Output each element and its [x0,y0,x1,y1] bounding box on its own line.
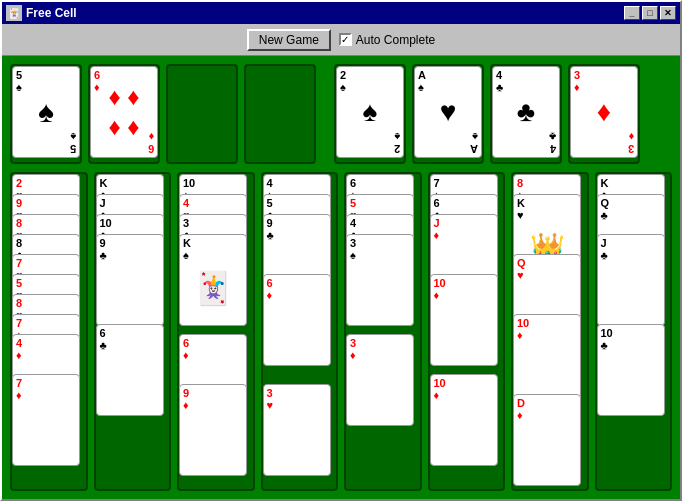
column-8[interactable]: K♣ Q♣ J♣ 10♣ [595,172,673,491]
auto-complete-label[interactable]: ✓ Auto Complete [339,33,435,47]
card-rank-bot: 2♠ [394,131,400,155]
card-rank-top: 2♠ [340,69,346,93]
column-4[interactable]: 4♠ 5♣ 9♣ 6♦ 3♥ [261,172,339,491]
new-game-button[interactable]: New Game [247,29,331,51]
freecell-4[interactable] [244,64,316,164]
toolbar: New Game ✓ Auto Complete [2,24,680,56]
column-7[interactable]: 8♦ K♥ 👑 Q♥ 10♦ D♦ [511,172,589,491]
card-suit-center: ♠ [340,69,400,155]
card-rank-top: 4♣ [496,69,503,93]
col3-card-4[interactable]: K♠ 🃏 [179,234,247,326]
card-rank-bot: A♠ [470,131,478,155]
foundation-1[interactable]: 2♠ ♠ 2♠ [334,64,406,164]
columns-row: 2♥ 9♥ 8♥ 8♣ 7♥ 5♥ 8♥ 7♦ 4♦ 7♦ K♣ J♣ 10♣ … [10,172,672,491]
col8-card-3[interactable]: J♣ [597,234,665,326]
card-rank-top: 6♦ [94,69,100,93]
card-suit-center: ♣ [496,69,556,155]
column-6[interactable]: 7♠ 6♣ J♦ 10♦ 10♦ [428,172,506,491]
col7-card-4[interactable]: 10♦ [513,314,581,406]
auto-complete-checkbox[interactable]: ✓ [339,33,352,46]
column-2[interactable]: K♣ J♣ 10♣ 9♣ 6♣ [94,172,172,491]
card-rank-bot: 5♠ [70,131,76,155]
freecell-3[interactable] [166,64,238,164]
card-rank-bot: 6♦ [148,131,154,155]
col5-card-4[interactable]: 3♠ [346,234,414,326]
freecell-2[interactable]: 6♦ ♦ ♦♦ ♦ 6♦ [88,64,160,164]
freecell-1[interactable]: 5♠ ♠ 5♠ [10,64,82,164]
col4-card-4[interactable]: 6♦ [263,274,331,366]
card-5s[interactable]: 5♠ ♠ 5♠ [12,66,80,158]
col7-card-5[interactable]: D♦ [513,394,581,486]
app-window: 🃏 Free Cell _ □ ✕ New Game ✓ Auto Comple… [0,0,682,501]
auto-complete-text: Auto Complete [356,33,435,47]
card-suit-center: ♦ ♦♦ ♦ [94,69,154,155]
window-title: Free Cell [26,6,624,20]
col6-card-4[interactable]: 10♦ [430,274,498,366]
card-4c[interactable]: 4♣ ♣ 4♣ [492,66,560,158]
col5-card-5[interactable]: 3♦ [346,334,414,426]
col6-card-5[interactable]: 10♦ [430,374,498,466]
card-as[interactable]: A♠ ♥ A♠ [414,66,482,158]
maximize-button[interactable]: □ [642,6,658,20]
title-bar: 🃏 Free Cell _ □ ✕ [2,2,680,24]
column-1[interactable]: 2♥ 9♥ 8♥ 8♣ 7♥ 5♥ 8♥ 7♦ 4♦ 7♦ [10,172,88,491]
card-suit-center: ♦ [574,69,634,155]
app-icon: 🃏 [6,5,22,21]
close-button[interactable]: ✕ [660,6,676,20]
foundation-4[interactable]: 3♦ ♦ 3♦ [568,64,640,164]
col3-card-6[interactable]: 9♦ [179,384,247,476]
card-rank-top: 3♦ [574,69,580,93]
col2-card-4[interactable]: 9♣ [96,234,164,326]
game-area: 5♠ ♠ 5♠ 6♦ ♦ ♦♦ ♦ 6♦ 2 [2,56,680,499]
window-controls: _ □ ✕ [624,6,676,20]
card-rank-top: A♠ [418,69,426,93]
card-rank-bot: 4♣ [549,131,556,155]
col8-card-4[interactable]: 10♣ [597,324,665,416]
card-2s[interactable]: 2♠ ♠ 2♠ [336,66,404,158]
card-6d[interactable]: 6♦ ♦ ♦♦ ♦ 6♦ [90,66,158,158]
card-rank-top: 5♠ [16,69,22,93]
col1-card-10[interactable]: 7♦ [12,374,80,466]
card-suit-center: ♠ [16,69,76,155]
column-3[interactable]: 10♠ 4♥ 3♣ K♠ 🃏 6♦ 9♦ [177,172,255,491]
foundation-3[interactable]: 4♣ ♣ 4♣ [490,64,562,164]
foundation-2[interactable]: A♠ ♥ A♠ [412,64,484,164]
column-5[interactable]: 6♠ 5♥ 4♣ 3♠ 3♦ [344,172,422,491]
top-row: 5♠ ♠ 5♠ 6♦ ♦ ♦♦ ♦ 6♦ 2 [10,64,672,164]
card-3d[interactable]: 3♦ ♦ 3♦ [570,66,638,158]
card-rank-bot: 3♦ [628,131,634,155]
minimize-button[interactable]: _ [624,6,640,20]
col4-card-5[interactable]: 3♥ [263,384,331,476]
col2-card-5[interactable]: 6♣ [96,324,164,416]
card-suit-center: ♥ [418,69,478,155]
